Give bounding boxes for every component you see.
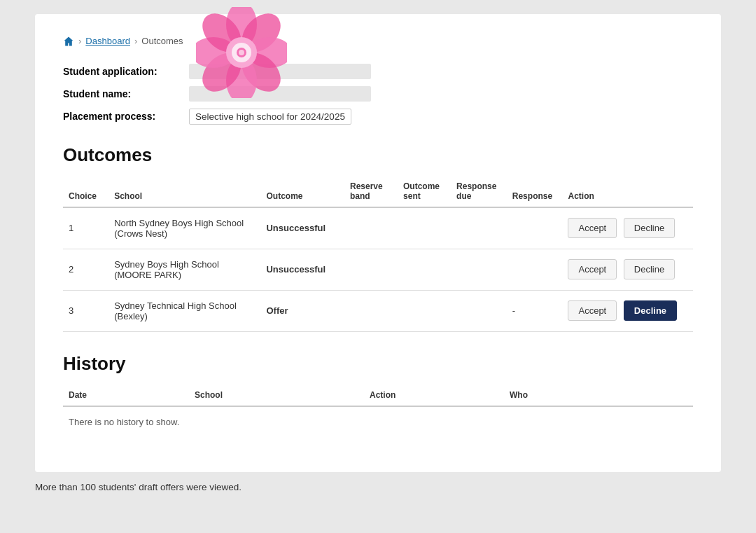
row1-school: North Sydney Boys High School (Crows Nes… xyxy=(108,207,260,249)
home-icon[interactable] xyxy=(63,35,74,47)
history-title: History xyxy=(63,353,693,375)
svg-point-10 xyxy=(237,48,246,57)
row3-sent xyxy=(398,290,451,331)
row2-accept-button[interactable]: Accept xyxy=(568,259,617,279)
col-header-reserve-band: Reserve band xyxy=(344,177,398,207)
col-header-who: Who xyxy=(504,386,693,406)
col-header-action: Action xyxy=(562,177,693,207)
svg-point-11 xyxy=(239,50,244,55)
row1-sent xyxy=(398,207,451,249)
row2-decline-button[interactable]: Decline xyxy=(624,259,675,279)
breadcrumb-separator-1: › xyxy=(78,36,81,46)
col-header-history-school: School xyxy=(189,386,364,406)
row1-outcome: Unsuccessful xyxy=(260,207,344,249)
row3-school: Sydney Technical High School (Bexley) xyxy=(108,290,260,331)
col-header-school: School xyxy=(108,177,260,207)
row1-decline-button[interactable]: Decline xyxy=(624,218,675,238)
breadcrumb: › Dashboard › Outcomes xyxy=(63,35,693,47)
outcomes-table-header: Choice School Outcome Reserve band Outco… xyxy=(63,177,693,207)
col-header-response: Response xyxy=(507,177,563,207)
row3-reserve xyxy=(344,290,398,331)
row3-due xyxy=(451,290,507,331)
col-header-outcome-sent: Outcome sent xyxy=(398,177,451,207)
row2-outcome: Unsuccessful xyxy=(260,249,344,290)
svg-point-1 xyxy=(234,7,287,60)
outcomes-title: Outcomes xyxy=(63,144,693,166)
history-table: Date School Action Who There is no histo… xyxy=(63,386,693,437)
application-label: Student application: xyxy=(63,66,189,77)
col-header-outcome: Outcome xyxy=(260,177,344,207)
bottom-note: More than 100 students' draft offers wer… xyxy=(35,482,721,492)
student-info-section: Student application: Student name: Place… xyxy=(63,64,693,125)
outcomes-section: Outcomes Choice School Outcome Reserve b… xyxy=(63,144,693,332)
row3-accept-button[interactable]: Accept xyxy=(568,300,617,321)
application-row: Student application: xyxy=(63,64,693,79)
table-row: 3 Sydney Technical High School (Bexley) … xyxy=(63,290,693,331)
row2-response xyxy=(507,249,563,290)
breadcrumb-dashboard[interactable]: Dashboard xyxy=(85,36,130,46)
row3-choice: 3 xyxy=(63,290,108,331)
row2-action-cell: Accept Decline xyxy=(562,249,693,290)
row1-accept-button[interactable]: Accept xyxy=(568,218,617,238)
col-header-history-action: Action xyxy=(364,386,504,406)
row3-response: - xyxy=(507,290,563,331)
history-table-header: Date School Action Who xyxy=(63,386,693,406)
row2-sent xyxy=(398,249,451,290)
process-label: Placement process: xyxy=(63,111,189,122)
table-row: 2 Sydney Boys High School (MOORE PARK) U… xyxy=(63,249,693,290)
row1-choice: 1 xyxy=(63,207,108,249)
table-row: 1 North Sydney Boys High School (Crows N… xyxy=(63,207,693,249)
history-section: History Date School Action Who There is … xyxy=(63,353,693,437)
history-empty-message: There is no history to show. xyxy=(63,406,693,437)
col-header-response-due: Response due xyxy=(451,177,507,207)
name-value xyxy=(189,86,371,102)
process-value: Selective high school for 2024/2025 xyxy=(189,109,351,125)
breadcrumb-current: Outcomes xyxy=(141,36,183,46)
col-header-date: Date xyxy=(63,386,189,406)
process-row: Placement process: Selective high school… xyxy=(63,109,693,125)
row2-due xyxy=(451,249,507,290)
row2-choice: 2 xyxy=(63,249,108,290)
application-value xyxy=(189,64,371,79)
breadcrumb-separator-2: › xyxy=(134,36,137,46)
row2-reserve xyxy=(344,249,398,290)
row1-due xyxy=(451,207,507,249)
row3-outcome: Offer xyxy=(260,290,344,331)
svg-point-7 xyxy=(196,7,248,60)
col-header-choice: Choice xyxy=(63,177,108,207)
history-empty-row: There is no history to show. xyxy=(63,406,693,437)
row1-response xyxy=(507,207,563,249)
name-label: Student name: xyxy=(63,88,189,99)
row2-school: Sydney Boys High School (MOORE PARK) xyxy=(108,249,260,290)
outcomes-table: Choice School Outcome Reserve band Outco… xyxy=(63,177,693,332)
main-card: › Dashboard › Outcomes Student applicati… xyxy=(35,14,721,472)
row3-decline-button[interactable]: Decline xyxy=(624,300,677,321)
row1-action-cell: Accept Decline xyxy=(562,207,693,249)
name-row: Student name: xyxy=(63,86,693,102)
row1-reserve xyxy=(344,207,398,249)
row3-action-cell: Accept Decline xyxy=(562,290,693,331)
